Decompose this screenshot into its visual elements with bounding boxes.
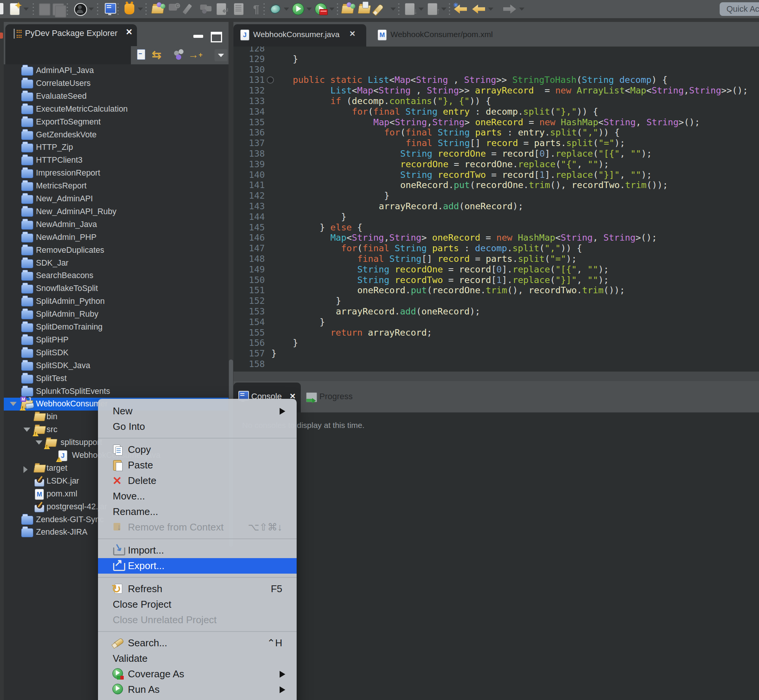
menu-item-close-project[interactable]: Close Project xyxy=(98,597,297,612)
tree-item-splitsdk[interactable]: SplitSDK xyxy=(4,347,228,359)
console-icon[interactable] xyxy=(103,2,117,16)
dropdown-caret-icon[interactable] xyxy=(284,8,289,11)
tab-progress[interactable]: Progress xyxy=(306,383,393,412)
forward-icon[interactable] xyxy=(503,2,517,16)
pilcrow-icon[interactable]: ¶ xyxy=(249,2,263,16)
tree-item-adminapi-java[interactable]: AdminAPI_Java xyxy=(4,64,228,77)
code-line-147: 147for(final String parts : decomp.split… xyxy=(233,243,759,253)
minimize-button[interactable] xyxy=(193,35,203,38)
tree-item-exporttosegment[interactable]: ExportToSegment xyxy=(4,116,228,129)
tree-item-getzendeskvote[interactable]: GetZendeskVote xyxy=(4,129,228,142)
user-icon[interactable] xyxy=(73,2,87,16)
menu-item-label: Coverage As xyxy=(128,668,184,680)
menu-item-coverage-as[interactable]: Coverage As xyxy=(98,666,297,682)
tree-item-splunktosplitevents[interactable]: SplunkToSplitEvents xyxy=(4,385,228,398)
tree-item-newadmin-java[interactable]: NewAdmin_Java xyxy=(4,218,228,231)
quick-access-box[interactable]: Quick Access xyxy=(720,2,759,16)
chevron-down-icon[interactable] xyxy=(36,441,42,445)
marker-icon[interactable] xyxy=(374,2,388,16)
menu-item-validate[interactable]: Validate xyxy=(98,651,297,666)
menu-item-paste[interactable]: Paste xyxy=(98,458,297,473)
menu-item-new[interactable]: New xyxy=(98,403,297,419)
new-doc-icon[interactable]: ✦ xyxy=(8,2,22,16)
coverage-icon[interactable] xyxy=(313,2,328,16)
close-icon[interactable]: ✕ xyxy=(126,27,133,37)
pin-icon[interactable]: C xyxy=(167,2,182,16)
bug-icon[interactable] xyxy=(268,2,282,16)
tree-item-correlateusers[interactable]: CorrelateUsers xyxy=(4,77,228,90)
tree-item-metricsreport[interactable]: MetricsReport xyxy=(4,180,228,192)
code-line-156: 156} xyxy=(233,338,759,348)
maximize-button[interactable] xyxy=(211,32,222,42)
menu-item-import-[interactable]: ↘Import... xyxy=(98,542,297,558)
tree-item-removeduplicates[interactable]: RemoveDuplicates xyxy=(4,244,228,257)
chevron-right-icon[interactable] xyxy=(23,466,28,473)
snapshot-icon[interactable] xyxy=(198,2,212,16)
tree-item-snowflaketosplit[interactable]: SnowflakeToSplit xyxy=(4,282,228,295)
chevron-down-icon[interactable] xyxy=(23,428,30,432)
dropdown-caret-icon[interactable] xyxy=(138,8,143,11)
tree-item-splitdemotraining[interactable]: SplitDemoTraining xyxy=(4,321,228,334)
save-all-icon[interactable] xyxy=(51,2,65,16)
tree-item-httpclient3[interactable]: HTTPClient3 xyxy=(4,154,228,167)
brush-icon[interactable] xyxy=(183,2,197,16)
back-icon[interactable] xyxy=(472,2,486,16)
split-orange-icon[interactable] xyxy=(123,2,137,16)
filters-icon[interactable] xyxy=(172,48,187,62)
tree-item-splitadmin-ruby[interactable]: SplitAdmin_Ruby xyxy=(4,308,228,321)
tree-item-new-adminapi-ruby[interactable]: New_AdminAPI_Ruby xyxy=(4,205,228,218)
tree-item-executemetriccalculation[interactable]: ExecuteMetricCalculation xyxy=(4,103,228,116)
doc-down-icon[interactable]: ↓ xyxy=(403,2,417,16)
menu-item-search-[interactable]: Search...⌃H xyxy=(98,635,297,651)
tree-item-splittest[interactable]: SplitTest xyxy=(4,372,228,385)
view-menu-icon[interactable] xyxy=(214,49,227,61)
tab-pydev-package-explorer[interactable]: PyDev Package Explorer ✕ xyxy=(5,24,137,64)
dropdown-caret-icon[interactable] xyxy=(306,8,312,11)
menu-item-go-into[interactable]: Go Into xyxy=(98,419,297,434)
dropdown-caret-icon[interactable] xyxy=(519,8,525,11)
back-badge-icon[interactable]: ✳ xyxy=(453,2,468,16)
dropdown-caret-icon[interactable] xyxy=(488,8,494,11)
dropdown-caret-icon[interactable] xyxy=(329,8,334,11)
tab-webhookconsumer-java[interactable]: J WebhookConsumer.java ✕ xyxy=(233,24,366,47)
save-icon[interactable] xyxy=(37,2,52,16)
tree-item-sdk-jar[interactable]: SDK_Jar xyxy=(4,257,228,270)
tree-item-splitsdk-java[interactable]: SplitSDK_Java xyxy=(4,359,228,372)
tree-item-searchbeacons[interactable]: SearchBeacons xyxy=(4,269,228,282)
dropdown-caret-icon[interactable] xyxy=(390,8,396,11)
tab-webhookconsumer-pom-xml[interactable]: M WebhookConsumer/pom.xml xyxy=(371,24,515,47)
menu-item-run-as[interactable]: Run As xyxy=(98,682,297,697)
chevron-down-icon[interactable] xyxy=(10,402,17,406)
folder-clip-icon[interactable] xyxy=(357,2,372,16)
tree-item-http-zip[interactable]: HTTP_Zip xyxy=(4,141,228,154)
folder-balls-icon[interactable] xyxy=(340,2,355,16)
run-icon[interactable] xyxy=(290,2,305,16)
dropdown-caret-icon[interactable] xyxy=(23,8,29,11)
close-icon[interactable]: ✕ xyxy=(349,29,356,38)
tree-item-splitadmin-python[interactable]: SplitAdmin_Python xyxy=(4,295,228,308)
doc-up-icon[interactable]: ↑ xyxy=(425,2,440,16)
doc-list-icon[interactable] xyxy=(231,2,246,16)
dropdown-caret-icon[interactable] xyxy=(441,8,447,11)
tree-item-impressionreport[interactable]: ImpressionReport xyxy=(4,167,228,180)
menu-item-rename-[interactable]: Rename... xyxy=(98,504,297,520)
link-with-editor-icon[interactable]: ⇆ xyxy=(149,48,164,62)
tree-item-new-adminapi[interactable]: New_AdminAPI xyxy=(4,192,228,205)
tree-item-newadmin-php[interactable]: NewAdmin_PHP xyxy=(4,231,228,244)
menu-item-move-[interactable]: Move... xyxy=(98,489,297,504)
folder-balls-icon[interactable] xyxy=(151,2,165,16)
collapse-all-icon[interactable] xyxy=(134,48,149,62)
dropdown-caret-icon[interactable] xyxy=(89,8,94,11)
code-editor[interactable]: 128129}130131public static List<Map<Stri… xyxy=(233,47,759,372)
editor-console-sash[interactable] xyxy=(233,372,759,381)
doc-arrow-icon[interactable]: ↵ xyxy=(214,2,228,16)
menu-item-copy[interactable]: Copy xyxy=(98,442,297,458)
tree-item-evaluateseed[interactable]: EvaluateSeed xyxy=(4,90,228,103)
focus-on-active-task-icon[interactable]: →+ xyxy=(188,48,203,62)
dropdown-caret-icon[interactable] xyxy=(419,8,424,11)
menu-item-refresh[interactable]: ↻RefreshF5 xyxy=(98,581,297,597)
tree-item-splitphp[interactable]: SplitPHP xyxy=(4,334,228,347)
menu-item-export-[interactable]: ↗Export... xyxy=(98,558,297,573)
tree-item-label: New_AdminAPI_Ruby xyxy=(36,207,117,216)
menu-item-delete[interactable]: ✕Delete xyxy=(98,473,297,489)
